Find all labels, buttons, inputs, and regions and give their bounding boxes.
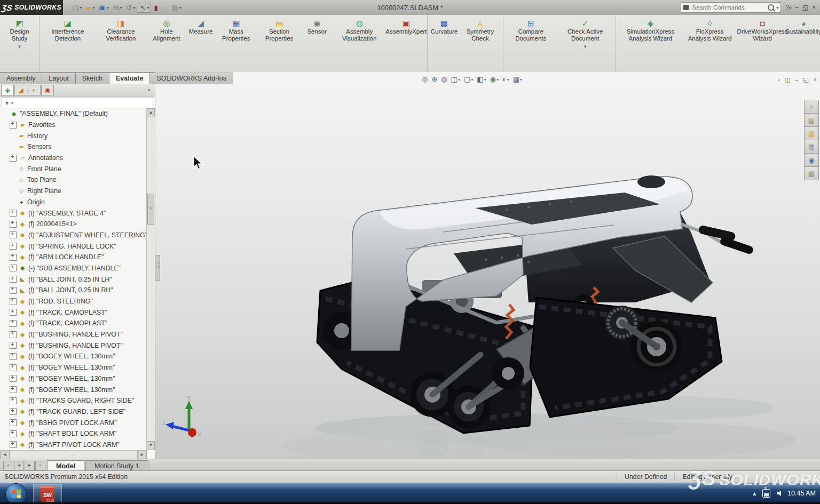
dropdown-caret-icon[interactable]: ▾: [147, 5, 149, 10]
tree-expander-icon[interactable]: [10, 231, 17, 238]
view-settings-icon[interactable]: ▨ ▾: [170, 3, 183, 12]
tree-expander-icon[interactable]: [10, 298, 17, 305]
tree-item[interactable]: Sensors: [0, 141, 147, 153]
panel-splitter-handle[interactable]: [155, 255, 160, 281]
scroll-right-icon[interactable]: ►: [137, 451, 147, 459]
zoom-area-icon[interactable]: ⊕ ▾: [430, 75, 438, 84]
dropdown-caret-icon[interactable]: ▾: [120, 5, 122, 10]
tree-expander-icon[interactable]: [10, 276, 17, 283]
dropdown-caret-icon[interactable]: ▾: [507, 77, 509, 82]
tree-item[interactable]: (f) "ARM LOCK HANDLE": [0, 252, 147, 263]
search-input[interactable]: [691, 4, 766, 11]
tree-expander-icon[interactable]: [2, 111, 8, 117]
command-tab[interactable]: Sketch: [76, 73, 109, 84]
tree-expander-icon[interactable]: [10, 144, 15, 150]
check-active-document-button[interactable]: ✓ Check Active Document ▾: [557, 17, 614, 51]
dropdown-caret-icon[interactable]: ▾: [584, 43, 587, 50]
clearance-verification-button[interactable]: ◨ Clearance Verification ▾: [94, 17, 147, 43]
view-palette-icon[interactable]: ▦: [804, 140, 819, 154]
scene-icon[interactable]: ▦ ▾: [512, 75, 523, 84]
scroll-up-icon[interactable]: ▲: [147, 108, 155, 117]
tree-item[interactable]: Right Plane: [0, 186, 147, 197]
last-tab-icon[interactable]: »: [35, 461, 45, 470]
new-document-icon[interactable]: ▢ ▾: [70, 3, 83, 12]
tree-item[interactable]: (f) "BUSHING, HANDLE PIVOT": [0, 340, 147, 351]
tree-expander-icon[interactable]: [10, 430, 17, 437]
tree-expander-icon[interactable]: [10, 408, 17, 415]
tree-expander-icon[interactable]: [10, 155, 17, 162]
tree-item[interactable]: (f) 20000415<1>: [0, 219, 147, 230]
tree-expander-icon[interactable]: [10, 177, 15, 183]
print-icon[interactable]: ⊟ ▾: [112, 3, 124, 12]
tree-item[interactable]: (f) "SHAFT BOLT LOCK ARM": [0, 428, 147, 439]
tree-expander-icon[interactable]: [10, 419, 17, 426]
sensor-button[interactable]: ◉ Sensor ▾: [302, 17, 332, 36]
display-style-icon[interactable]: ◧ ▾: [476, 75, 487, 84]
tree-item[interactable]: (f) "BALL JOINT, 0.25 IN LH": [0, 274, 147, 285]
tree-item[interactable]: (f) "BOGEY WHEEL, 130mm": [0, 362, 147, 373]
viewport-window-icon[interactable]: ▫: [778, 76, 780, 83]
tree-expander-icon[interactable]: [10, 122, 17, 129]
tree-item[interactable]: (f) "TRACK, CAMOPLAST": [0, 307, 147, 318]
scroll-down-icon[interactable]: ▼: [147, 441, 155, 450]
tree-expander-icon[interactable]: [10, 397, 17, 404]
first-tab-icon[interactable]: «: [3, 461, 13, 470]
tree-item[interactable]: (f) "BALL JOINT, 0.25 IN RH": [0, 285, 147, 296]
tree-item[interactable]: (f) "ADJUSTMENT WHEEL, STEERING": [0, 230, 147, 241]
mass-properties-button[interactable]: ▦ Mass Properties ▾: [216, 17, 257, 43]
assemblyxpert-button[interactable]: ▣ AssemblyXpert ▾: [387, 17, 425, 36]
tree-expander-icon[interactable]: [10, 254, 17, 261]
dropdown-caret-icon[interactable]: ▾: [80, 5, 82, 10]
search-scope-icon[interactable]: [683, 5, 689, 10]
battery-icon[interactable]: [762, 489, 770, 498]
dropdown-caret-icon[interactable]: ▾: [496, 77, 499, 82]
dropdown-caret-icon[interactable]: ▾: [179, 5, 182, 10]
simulationxpress-button[interactable]: ◈ SimulationXpress Analysis Wizard ▾: [618, 17, 683, 43]
sheet-tab[interactable]: Motion Study 1: [85, 460, 148, 471]
tree-expander-icon[interactable]: [10, 210, 17, 217]
tree-horizontal-scrollbar[interactable]: ◄ ⋯ ►: [0, 450, 147, 459]
save-icon[interactable]: ▣ ▾: [97, 3, 110, 12]
command-tab[interactable]: Evaluate: [109, 73, 150, 84]
section-view-icon[interactable]: ◫ ▾: [450, 75, 461, 84]
tree-expander-icon[interactable]: [10, 199, 15, 205]
scroll-grip[interactable]: ⋯: [70, 452, 77, 458]
command-tab[interactable]: SOLIDWORKS Add-Ins: [150, 73, 233, 84]
sustainability-button[interactable]: ◕ Sustainability ▾: [789, 17, 818, 36]
tree-item[interactable]: History: [0, 130, 147, 141]
dropdown-caret-icon[interactable]: ▾: [458, 77, 460, 82]
search-caret-icon[interactable]: ▾: [776, 5, 778, 10]
tree-vertical-scrollbar[interactable]: ▲ ▼: [146, 108, 155, 450]
assembly-visualization-button[interactable]: ◍ Assembly Visualization ▾: [332, 17, 387, 43]
tree-expander-icon[interactable]: [10, 320, 17, 327]
tree-expander-icon[interactable]: [10, 265, 17, 271]
next-tab-icon[interactable]: ►: [25, 461, 35, 470]
driveworksxpress-button[interactable]: ◘ DriveWorksXpress Wizard ▾: [736, 17, 789, 43]
scroll-thumb[interactable]: [147, 194, 154, 225]
dropdown-caret-icon[interactable]: ▾: [484, 77, 486, 82]
file-explorer-icon[interactable]: ▥: [804, 126, 819, 140]
restore-icon[interactable]: ◱▾: [802, 4, 808, 11]
dropdown-caret-icon[interactable]: ▾: [520, 77, 522, 82]
close-icon[interactable]: ×▾: [812, 4, 816, 11]
tree-expander-icon[interactable]: [10, 441, 17, 448]
tree-item[interactable]: (f) "BSHG PIVOT LOCK ARM": [0, 417, 147, 428]
dropdown-caret-icon[interactable]: ▾: [92, 5, 94, 10]
doc-minimize-icon[interactable]: –: [795, 76, 798, 83]
tree-expander-icon[interactable]: [10, 353, 17, 360]
dropdown-caret-icon[interactable]: ▾: [107, 5, 109, 10]
dropdown-caret-icon[interactable]: ▾: [18, 43, 21, 50]
tree-expander-icon[interactable]: [10, 342, 17, 349]
graphics-viewport[interactable]: ◎ ▾ ⊕ ▾ ◍ ▾ ◫ ▾ ▢: [155, 72, 820, 459]
tree-expander-icon[interactable]: [10, 221, 17, 228]
compare-documents-button[interactable]: ⊞ Compare Documents ▾: [505, 17, 557, 43]
select-icon[interactable]: ↖ ▾: [138, 3, 151, 13]
tree-expander-icon[interactable]: [10, 331, 17, 338]
tree-item[interactable]: (f) "BOGEY WHEEL, 130mm": [0, 351, 147, 362]
tree-item[interactable]: "ASSEMBLY, FINAL" (Default): [0, 108, 147, 119]
tree-item[interactable]: Annotations: [0, 153, 147, 164]
open-document-icon[interactable]: ▰ ▾: [84, 3, 96, 12]
search-commands-box[interactable]: ▾: [681, 2, 781, 13]
command-tab[interactable]: Assembly: [0, 73, 42, 84]
tree-expander-icon[interactable]: [10, 287, 17, 294]
